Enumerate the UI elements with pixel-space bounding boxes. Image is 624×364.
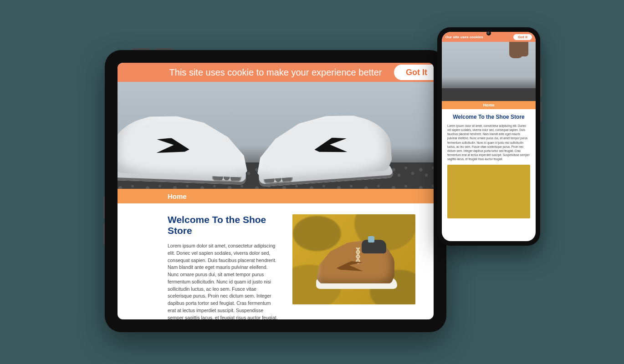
main-content: Welcome To the Shoe Store Lorem ipsum do… (118, 203, 434, 319)
nav-home-link[interactable]: Home (483, 103, 494, 107)
hero-image (442, 42, 536, 101)
hero-shoe-right (484, 61, 536, 101)
cookie-accept-button[interactable]: Got It (394, 65, 434, 80)
page-body-text: Lorem ipsum dolor sit amet, consectetur … (447, 124, 530, 161)
hero-shoe-left (118, 110, 251, 183)
phone-camera-icon (486, 31, 491, 35)
main-content: Welcome To the Shoe Store Lorem ipsum do… (442, 109, 536, 165)
cookie-banner: This site uses cookie to make your exper… (118, 63, 434, 82)
hero-shoe-right (252, 108, 393, 186)
nav-home-link[interactable]: Home (168, 192, 187, 200)
product-image (447, 165, 530, 218)
tablet-screen: This site uses cookie to make your exper… (118, 63, 434, 319)
page-title: Welcome To the Shoe Store (447, 114, 530, 120)
cookie-banner-text: This site uses cookie to make your exper… (169, 67, 382, 78)
cookie-accept-button[interactable]: Got it (513, 34, 532, 40)
hero-image (118, 82, 434, 189)
phone-device-frame: Our site uses cookies Got it Home Welcom… (437, 27, 540, 246)
product-shoe-icon (316, 238, 394, 286)
phone-screen: Our site uses cookies Got it Home Welcom… (442, 32, 536, 241)
product-image (292, 214, 415, 304)
page-title: Welcome To the Shoe Store (168, 214, 279, 236)
tablet-device-frame: This site uses cookie to make your exper… (105, 50, 446, 332)
primary-nav: Home (118, 189, 434, 203)
primary-nav: Home (442, 101, 536, 109)
product-shoe-icon (447, 165, 502, 199)
cookie-banner-text: Our site uses cookies (445, 35, 483, 39)
page-body-text: Lorem ipsum dolor sit amet, consectetur … (168, 243, 279, 319)
